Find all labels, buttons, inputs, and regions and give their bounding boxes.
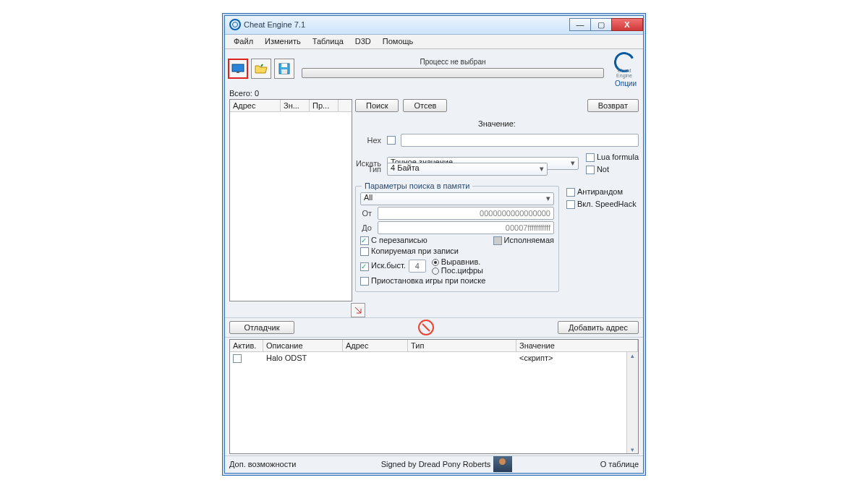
from-label: От: [360, 209, 375, 218]
value-label: Значение:: [478, 119, 516, 128]
svg-rect-4: [281, 69, 287, 74]
pause-game-checkbox[interactable]: Приостановка игры при поиске: [360, 276, 485, 286]
value-input[interactable]: [401, 134, 639, 147]
menubar: Файл Изменить Таблица D3D Помощь: [225, 35, 643, 49]
extra-features-link[interactable]: Доп. возможности: [229, 460, 296, 468]
scroll-up-icon[interactable]: ▴: [627, 352, 638, 359]
author-avatar: [493, 456, 512, 472]
no-entry-icon: [418, 320, 434, 335]
range-from[interactable]: [378, 207, 554, 220]
menu-edit[interactable]: Изменить: [259, 35, 307, 47]
row-description[interactable]: Halo ODST: [266, 354, 346, 363]
folder-open-icon: [255, 64, 268, 74]
statusbar: Доп. возможности Signed by Dread Pony Ro…: [225, 455, 643, 473]
ce-logo[interactable]: Cheat Engine: [611, 52, 637, 78]
foundlist-hdr-address[interactable]: Адрес: [230, 100, 281, 111]
svg-rect-3: [281, 64, 287, 67]
expand-button[interactable]: [351, 303, 365, 317]
foundlist[interactable]: Адрес Зн... Пр...: [229, 99, 352, 301]
th-description[interactable]: Описание: [263, 340, 343, 351]
lastdigits-radio[interactable]: Пос.цифры: [432, 266, 483, 275]
window-title: Cheat Engine 7.1: [244, 20, 305, 29]
alignment-radio[interactable]: Выравнив.: [432, 257, 483, 266]
menu-file[interactable]: Файл: [228, 35, 259, 47]
signed-by: Signed by Dread Pony Roberts: [381, 460, 491, 468]
fastscan-checkbox[interactable]: Иск.быст.: [360, 261, 406, 270]
total-value: 0: [255, 89, 259, 98]
memory-region-select[interactable]: All: [360, 192, 554, 205]
th-value[interactable]: Значение: [516, 340, 638, 351]
scroll-down-icon[interactable]: ▾: [627, 446, 638, 453]
floppy-icon: [278, 63, 290, 74]
app-window: Cheat Engine 7.1 — ▢ X Файл Изменить Таб…: [224, 15, 644, 474]
first-scan-button[interactable]: Поиск: [355, 99, 399, 112]
svg-rect-1: [237, 72, 239, 73]
app-icon: [229, 19, 241, 30]
svg-rect-0: [232, 64, 244, 72]
antirandom-checkbox[interactable]: Антирандом: [566, 187, 639, 197]
to-label: До: [360, 223, 375, 232]
menu-d3d[interactable]: D3D: [349, 35, 377, 47]
hex-checkbox[interactable]: [387, 136, 396, 145]
fastscan-value[interactable]: [409, 260, 426, 273]
executable-checkbox[interactable]: Исполняемая: [493, 236, 554, 245]
memopts-legend: Параметры поиска в памяти: [362, 181, 472, 190]
add-address-button[interactable]: Добавить адрес: [558, 321, 639, 334]
process-label: Процесс не выбран: [297, 58, 608, 66]
save-button[interactable]: [274, 59, 294, 79]
row-active-checkbox[interactable]: [233, 354, 242, 363]
menu-table[interactable]: Таблица: [307, 35, 349, 47]
minimize-icon: —: [576, 20, 584, 29]
close-icon: X: [624, 20, 629, 29]
open-process-button[interactable]: [228, 59, 248, 79]
valuetype-select[interactable]: 4 Байта: [387, 163, 548, 176]
undo-scan-button[interactable]: Возврат: [587, 99, 639, 112]
memory-scan-options: Параметры поиска в памяти All От До С пе…: [355, 186, 559, 292]
monitor-icon: [231, 64, 244, 74]
th-active[interactable]: Актив.: [230, 340, 263, 351]
titlebar[interactable]: Cheat Engine 7.1 — ▢ X: [225, 16, 643, 35]
hex-label: Hex: [355, 136, 384, 145]
copyonwrite-checkbox[interactable]: Копируемая при записи: [360, 247, 459, 256]
table-scrollbar[interactable]: ▴ ▾: [626, 352, 638, 453]
next-scan-button[interactable]: Отсев: [403, 99, 447, 112]
about-table-link[interactable]: О таблице: [600, 460, 639, 468]
debugger-button[interactable]: Отладчик: [229, 321, 294, 334]
range-to[interactable]: [378, 221, 554, 234]
th-type[interactable]: Тип: [408, 340, 516, 351]
arrow-down-right-icon: [354, 306, 362, 314]
writable-checkbox[interactable]: С перезаписью: [360, 236, 427, 245]
open-file-button[interactable]: [251, 59, 271, 79]
total-label: Всего:: [229, 89, 252, 98]
options-link[interactable]: Опции: [611, 80, 640, 87]
foundlist-hdr-prev[interactable]: Пр...: [310, 100, 339, 111]
th-address[interactable]: Адрес: [343, 340, 408, 351]
cheat-table[interactable]: Актив. Описание Адрес Тип Значение Halo …: [229, 339, 639, 454]
scan-progress: [302, 68, 604, 78]
table-row[interactable]: Halo ODST <скрипт>: [230, 352, 626, 364]
maximize-button[interactable]: ▢: [590, 18, 612, 31]
lua-formula-option[interactable]: Lua formula: [586, 153, 639, 162]
menu-help[interactable]: Помощь: [377, 35, 420, 47]
valuetype-label: Тип: [355, 165, 384, 174]
row-address[interactable]: [346, 354, 411, 363]
maximize-icon: ▢: [597, 20, 605, 30]
close-button[interactable]: X: [611, 18, 643, 31]
row-value[interactable]: <скрипт>: [519, 354, 624, 363]
minimize-button[interactable]: —: [569, 18, 591, 31]
foundlist-hdr-value[interactable]: Зн...: [281, 100, 310, 111]
row-type[interactable]: [411, 354, 519, 363]
speedhack-checkbox[interactable]: Вкл. SpeedHack: [566, 200, 639, 209]
